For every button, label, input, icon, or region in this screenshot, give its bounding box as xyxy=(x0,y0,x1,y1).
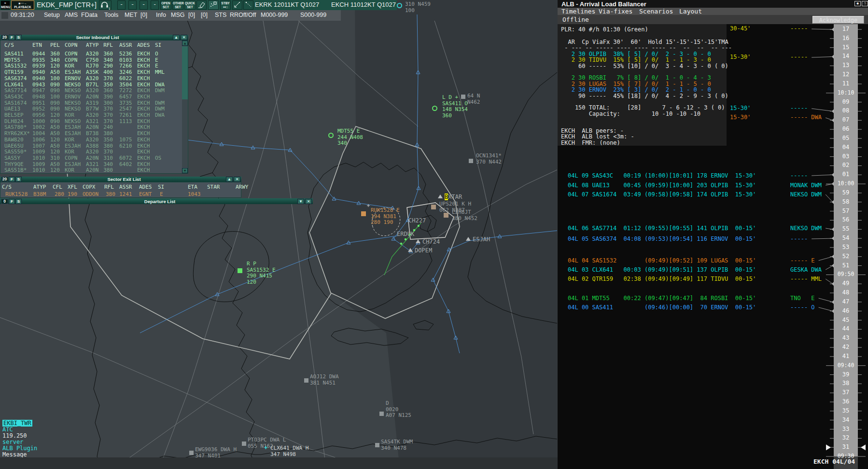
exit-filter-s[interactable]: S xyxy=(15,177,22,182)
freq-slot-1[interactable]: - xyxy=(117,0,126,10)
alb-flight-via-MDT55[interactable]: TNO E xyxy=(790,295,815,302)
window-box-icon[interactable] xyxy=(1,12,8,19)
radar-blip-D-0020[interactable] xyxy=(379,412,384,416)
menu-item-0[interactable]: [0] xyxy=(188,12,195,18)
menu-item-met[interactable]: MET xyxy=(125,12,137,18)
inbound-row-SAS411[interactable]: SAS4110944360COPNA3203605236EKCHO xyxy=(0,51,188,56)
alb-menu-scenarios[interactable]: Scenarios xyxy=(639,8,673,15)
alb-menu-viafixes[interactable]: Via-fixes xyxy=(599,8,632,15)
inbound-row-CLX641[interactable]: CLX6410943090NEKSOB77L3503504EKCHDWA xyxy=(0,82,188,87)
radar-track-MDT55[interactable]: MDT55 E244 N408340 xyxy=(337,128,363,147)
menu-item-m000-999[interactable]: M000-999 xyxy=(261,12,288,18)
menu-button[interactable]: ≡ MENU xyxy=(0,0,10,10)
inbound-row-SAS1532[interactable]: SAS15320939120KORRJ702907266EKCHE xyxy=(0,63,188,69)
menu-item-info[interactable]: Info xyxy=(156,12,166,18)
radar-track-AOJ12[interactable]: AOJ12 DWA381 N451 xyxy=(310,374,339,386)
alb-flight-via-CLX641[interactable]: GESKA DWA xyxy=(790,266,822,273)
eraser-button[interactable] xyxy=(196,0,207,10)
menu-item-fdata[interactable]: FData xyxy=(81,12,98,18)
inbound-scroll-down-icon[interactable]: ▼ xyxy=(182,168,188,173)
alb-flight-via-SAS411[interactable]: ----- O xyxy=(790,304,815,311)
stby-button[interactable]: STBY↦□ xyxy=(220,0,231,10)
radar-track-D-0020[interactable]: D0020A07 N125 xyxy=(386,400,411,419)
exit-filter-f[interactable]: F xyxy=(9,177,15,182)
alb-flight-via-QTR159[interactable]: ----- MML xyxy=(790,276,822,282)
menu-item-0[interactable]: [0] xyxy=(140,12,147,18)
menu-item-rroffoff[interactable]: RROff/Off xyxy=(230,12,256,18)
inbound-row-SAS5Y[interactable]: SAS5Y1010310COPNA20N3106072EKCHOS xyxy=(0,155,188,161)
alb-flight-SAS1532[interactable]: 04L 04 SAS1532 (09:49)[09:52] 109 LUGAS … xyxy=(568,257,756,264)
inbound-scroll-thumb[interactable] xyxy=(182,46,188,99)
radar-blip-CLX641[interactable]: + xyxy=(264,444,267,451)
radar-track-64-N[interactable]: 64 NN462 xyxy=(467,93,480,105)
menu-item-tools[interactable]: Tools xyxy=(104,12,118,18)
radar-blip-EWG9036[interactable] xyxy=(189,451,194,455)
exit-row-RUK1528[interactable]: RUK1528B38M280190ODDON3801241EGNTE1043 xyxy=(0,191,241,197)
playback-button[interactable]: ■⋯→ PLAYBACK xyxy=(11,0,34,10)
alb-flight-via-SAS6374[interactable]: ----- xyxy=(790,235,808,242)
menu-item-sts[interactable]: STS xyxy=(215,12,226,18)
inbound-shade-icon[interactable]: ▲ xyxy=(173,35,180,40)
exit-shade-icon[interactable]: ▲ xyxy=(226,177,233,182)
alb-flight-CLX641[interactable]: 04L 03 CLX641 00:03 (09:49)[09:51] 137 O… xyxy=(568,266,756,273)
headset-button[interactable]: 1 xyxy=(99,0,112,10)
inbound-filter-s[interactable]: S xyxy=(15,35,22,40)
inbound-row-SAS43C[interactable]: SAS43C0948100ERNOVA20N3906457EKCH xyxy=(0,94,188,99)
menu-item-s000-999[interactable]: S000-999 xyxy=(300,12,326,18)
radar-track-OCN1341[interactable]: OCN1341*370 N442 xyxy=(476,153,502,165)
alb-flight-via-SAS1532[interactable]: ----- E xyxy=(790,257,815,264)
vector-tool-button[interactable] xyxy=(232,0,242,10)
alb-flight-SAS1674[interactable]: 04L 07 SAS1674 03:49 (09:58)[09:58] 174 … xyxy=(568,191,756,198)
alb-menu-layout[interactable]: Layout xyxy=(679,8,702,15)
quick-set-button[interactable]: QUICKSET xyxy=(184,0,196,10)
inbound-row-SAS550[interactable]: SAS550*1009120KORA320370EKCH xyxy=(0,149,188,154)
alb-flight-via-SAS43C[interactable]: ----- xyxy=(790,172,808,179)
radar-blip-SAS1532[interactable] xyxy=(238,268,242,273)
radar-track-CLX641[interactable]: CLX641 DWA H347 N498 xyxy=(270,445,308,457)
open-sct-button[interactable]: OPENSCT xyxy=(160,0,171,10)
radar-track-SAS411[interactable]: L D +SAS411 O148 N354360 xyxy=(442,95,468,119)
alb-restore-icon[interactable]: ❐ xyxy=(862,1,868,6)
menu-item-ams[interactable]: AMS xyxy=(65,12,78,18)
freq-slot-3[interactable]: - xyxy=(140,0,148,10)
inbound-scroll-up-icon[interactable]: ▲ xyxy=(182,41,188,46)
inbound-row-UAE65U[interactable]: UAE65U1007A50ESJAHA3883806210EKCH xyxy=(0,143,188,149)
dots-tool-button[interactable] xyxy=(208,0,219,10)
departure-filter-s[interactable]: S xyxy=(15,199,22,204)
inbound-close-icon[interactable]: ✕ xyxy=(181,35,187,40)
radar-blip-RUK1528[interactable] xyxy=(361,211,366,216)
exit-close-icon[interactable]: ✕ xyxy=(234,177,240,182)
menu-item-setup[interactable]: Setup xyxy=(44,12,60,18)
radar-blip-SAS411[interactable] xyxy=(432,106,437,111)
alb-flight-SAS7714[interactable]: 04L 06 SAS7714 01:12 (09:55)[09:55] 141 … xyxy=(568,225,756,232)
inbound-row-THY9QE[interactable]: THY9QE1009A50ESJAHA3213406402EKCH xyxy=(0,161,188,167)
inbound-row-SAS6374[interactable]: SAS63740940100ERNOVA3203706022EKCH xyxy=(0,75,188,81)
inbound-row-MDT55[interactable]: MDT550935340COPNC7503400103EKCHE xyxy=(0,57,188,63)
alb-flight-QTR159[interactable]: 04L 02 QTR159 02:38 (09:49)[09:49] 117 T… xyxy=(568,276,756,282)
alb-flight-UAE13[interactable]: 04L 08 UAE13 00:45 (09:59)[10:00] 203 OL… xyxy=(568,182,756,189)
alb-flight-via-SAS7714[interactable]: NEKSO DWM xyxy=(790,225,822,232)
inbound-row-SAS51B[interactable]: SAS51B*1010120KORA20N380EKCH xyxy=(0,167,188,173)
radar-blip-MDT55[interactable] xyxy=(328,133,334,138)
inbound-row-RYR62KX[interactable]: RYR62KX*1004A50ESJAHB738380EKCH xyxy=(0,130,188,136)
radar-blip-OCN1341[interactable] xyxy=(469,159,473,163)
alb-menu-timelines[interactable]: Timelines xyxy=(561,8,595,15)
radar-blip-AOJ12[interactable] xyxy=(304,378,308,383)
freq-slot-4[interactable]: - xyxy=(151,0,159,10)
other-set-button[interactable]: OTHERSET xyxy=(172,0,183,10)
menu-item-0[interactable]: [0] xyxy=(201,12,208,18)
alb-flight-MDT55[interactable]: 04L 01 MDT55 00:22 (09:47)[09:47] 84 ROS… xyxy=(568,295,756,302)
inbound-filter-f[interactable]: F xyxy=(9,35,15,40)
freq-slot-2[interactable]: - xyxy=(128,0,137,10)
radar-blip-SAS4TK[interactable] xyxy=(375,443,379,447)
alb-flight-SAS6374[interactable]: 04L 05 SAS6374 04:08 (09:53)[09:54] 116 … xyxy=(568,235,756,242)
inbound-row-BEL5EP[interactable]: BEL5EP0956120KORA3203707261EKCHDWA xyxy=(0,112,188,118)
alb-flight-SAS43C[interactable]: 04L 09 SAS43C 00:19 (10:00)[10:01] 178 E… xyxy=(568,172,756,179)
radar-blip-UPS201[interactable] xyxy=(431,205,436,209)
radar-track-RUK1528[interactable]: RUK1528 E194 N381280 190 xyxy=(371,207,400,226)
radar-blip-LZH8JT[interactable] xyxy=(444,213,448,218)
inbound-row-SAS7714[interactable]: SAS77140947090NEKSOA3203607272EKCHDWM xyxy=(0,87,188,93)
alb-flight-via-UAE13[interactable]: MONAK DWM xyxy=(790,182,822,189)
radar-track-SAS1532[interactable]: R PSAS1532 E290 N415120 xyxy=(247,261,276,285)
radar-blip-310-N459[interactable] xyxy=(397,3,402,8)
